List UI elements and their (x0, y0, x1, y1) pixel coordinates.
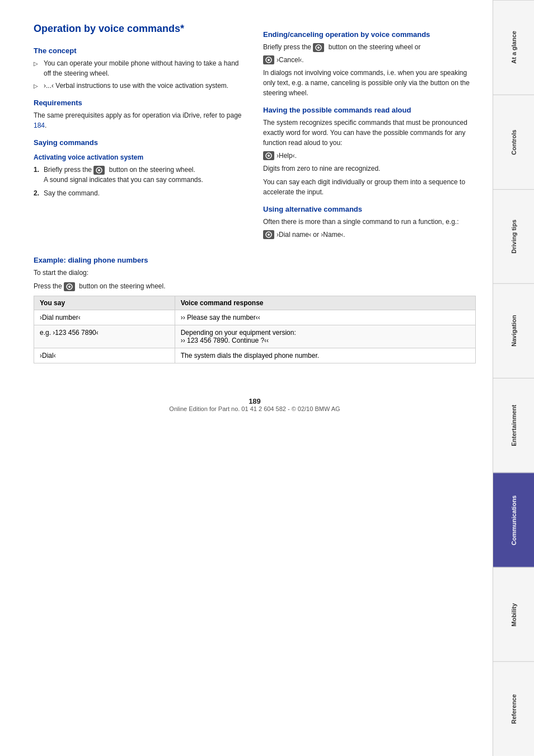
requirements-title: Requirements (34, 99, 246, 107)
example-section: Example: dialing phone numbers To start … (34, 256, 476, 363)
steps-list: Briefly press the button on the steering… (34, 165, 246, 198)
sidebar-tab-driving-tips[interactable]: Driving tips (493, 189, 534, 284)
voice-icon-step1: Briefly press the (44, 166, 93, 174)
example-intro2: Press the button on the steering wheel. (34, 281, 476, 291)
svg-point-5 (268, 59, 270, 61)
step-1: Briefly press the button on the steering… (34, 165, 246, 185)
dial-name-cmd-text: ›Dial name‹ or ›Name‹. (277, 231, 345, 239)
table-header-you-say: You say (34, 296, 175, 310)
table-row: ›Dial number‹ ›› Please say the number‹‹ (34, 310, 476, 325)
sidebar-tab-mobility[interactable]: Mobility (493, 567, 534, 662)
ending-title: Ending/canceling operation by voice comm… (263, 30, 476, 39)
table-cell-response-2: Depending on your equipment version:›› 1… (175, 325, 475, 348)
left-column: Operation by voice commands* The concept… (34, 22, 246, 242)
example-title: Example: dialing phone numbers (34, 256, 476, 264)
cancel-command: ›Cancel‹. (263, 55, 476, 64)
svg-point-9 (268, 234, 270, 236)
requirements-text: The same prerequisites apply as for oper… (34, 110, 246, 130)
having-commands-title: Having the possible commands read aloud (263, 106, 476, 114)
main-content: Operation by voice commands* The concept… (0, 0, 493, 756)
help-command: ›Help‹. (263, 151, 476, 160)
sidebar-tab-navigation[interactable]: Navigation (493, 283, 534, 378)
svg-point-1 (98, 169, 100, 171)
table-cell-response-1: ›› Please say the number‹‹ (175, 310, 475, 325)
two-column-section: Operation by voice commands* The concept… (34, 22, 476, 242)
digits-text: Digits from zero to nine are recognized. (263, 164, 476, 174)
sidebar-tab-controls[interactable]: Controls (493, 95, 534, 189)
voice-icon-help (263, 151, 274, 160)
alternative-title: Using alternative commands (263, 205, 476, 213)
table-header-voice-response: Voice command response (175, 296, 475, 310)
sidebar-tab-reference[interactable]: Reference (493, 661, 534, 756)
help-cmd-text: ›Help‹. (277, 152, 297, 160)
footer: 189 Online Edition for Part no. 01 41 2 … (34, 397, 476, 423)
voice-icon-dial-name (263, 230, 274, 239)
table-cell-you-say-1: ›Dial number‹ (34, 310, 175, 325)
voice-icon-cancel (263, 55, 274, 64)
steering-wheel-button-icon-3 (64, 282, 75, 291)
cancel-cmd-text: ›Cancel‹. (277, 56, 304, 64)
alternative-text: Often there is more than a single comman… (263, 217, 476, 227)
copyright-text: Online Edition for Part no. 01 41 2 604 … (34, 405, 476, 412)
ending-text: Briefly press the button on the steering… (263, 42, 476, 52)
page-number: 189 (34, 397, 476, 405)
concept-list: You can operate your mobile phone withou… (34, 58, 246, 91)
table-row: e.g. ›123 456 7890‹ Depending on your eq… (34, 325, 476, 348)
svg-point-7 (268, 155, 270, 157)
step-2: Say the command. (34, 188, 246, 198)
dial-name-command: ›Dial name‹ or ›Name‹. (263, 230, 476, 239)
right-column: Ending/canceling operation by voice comm… (263, 22, 476, 242)
phone-table: You say Voice command response ›Dial num… (34, 296, 476, 363)
steering-wheel-button-icon-2 (313, 43, 324, 52)
saying-commands-title: Saying commands (34, 138, 246, 147)
sequence-text: You can say each digit individually or g… (263, 177, 476, 197)
dialogs-text: In dialogs not involving voice commands,… (263, 68, 476, 98)
table-cell-you-say-3: ›Dial‹ (34, 348, 175, 363)
page-title: Operation by voice commands* (34, 22, 246, 35)
svg-point-3 (317, 46, 320, 49)
activating-title: Activating voice activation system (34, 153, 246, 161)
sidebar-tab-entertainment[interactable]: Entertainment (493, 378, 534, 473)
table-cell-you-say-2: e.g. ›123 456 7890‹ (34, 325, 175, 348)
sidebar: At a glance Controls Driving tips Naviga… (493, 0, 534, 756)
example-intro1: To start the dialog: (34, 268, 476, 278)
sidebar-tab-communications[interactable]: Communications (493, 473, 534, 567)
concept-item-1: You can operate your mobile phone withou… (34, 58, 246, 78)
sidebar-tab-at-a-glance[interactable]: At a glance (493, 0, 534, 95)
concept-item-2: ›...‹ Verbal instructions to use with th… (34, 81, 246, 91)
svg-point-11 (68, 286, 71, 288)
table-row: ›Dial‹ The system dials the displayed ph… (34, 348, 476, 363)
steering-wheel-button-icon-1 (93, 166, 105, 175)
having-commands-text1: The system recognizes specific commands … (263, 118, 476, 148)
requirements-link[interactable]: 184 (34, 122, 45, 129)
table-cell-response-3: The system dials the displayed phone num… (175, 348, 475, 363)
concept-title: The concept (34, 46, 246, 55)
